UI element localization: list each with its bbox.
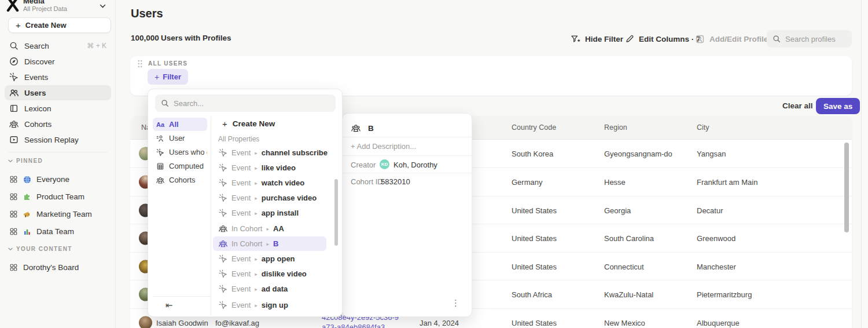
event-spark-icon [219, 163, 227, 172]
cohort-details-popover: B + Add Description... Creator KD Koh, D… [342, 113, 472, 317]
col-header-region[interactable]: Region [604, 123, 627, 132]
board-grid-icon [9, 192, 18, 201]
profile-search-input[interactable] [785, 35, 843, 43]
dropdown-tab-computed[interactable]: Computed [153, 159, 207, 173]
session-replay-icon [9, 135, 19, 144]
dropdown-tab-user[interactable]: User [153, 132, 207, 145]
cohort-icon [219, 224, 227, 233]
sidebar-item-session-replay[interactable]: Session Replay [5, 132, 111, 147]
dropdown-scrollbar[interactable] [334, 179, 338, 246]
pinned-section-header[interactable]: PINNED [8, 158, 43, 164]
your-content-section-header[interactable]: YOUR CONTENT [8, 246, 72, 252]
creator-label: Creator [351, 161, 376, 169]
property-item-watch-video[interactable]: Event▸watch video [213, 176, 326, 190]
col-header-city[interactable]: City [697, 123, 709, 132]
dropdown-create-new-button[interactable]: + Create New [222, 119, 275, 129]
sidebar-item-events[interactable]: Events [5, 70, 111, 85]
all-properties-label: All Properties [218, 135, 259, 143]
filter-property-dropdown: Aa All User Users who di... Computed Coh… [148, 89, 343, 317]
profile-badge-icon [695, 34, 705, 44]
sidebar-item-search[interactable]: Search ⌘ + K [5, 38, 111, 53]
computed-table-icon [156, 162, 164, 170]
cohort-id-label: Cohort ID [351, 177, 383, 186]
sidebar-item-everyone[interactable]: Everyone [5, 172, 111, 187]
sidebar-divider [8, 152, 108, 152]
dropdown-footer-divider [153, 296, 211, 297]
event-spark-icon [219, 194, 227, 202]
search-shortcut: ⌘ + K [87, 42, 106, 50]
dropdown-tab-cohorts[interactable]: Cohorts [153, 173, 207, 187]
bar-chart-icon [23, 228, 31, 236]
popover-divider [343, 173, 472, 173]
dropdown-search[interactable] [155, 94, 336, 112]
cell-email: fo@ikavaf.ag [215, 319, 259, 327]
users-icon [9, 88, 19, 97]
dropdown-search-input[interactable] [174, 99, 318, 108]
search-icon [773, 35, 781, 43]
chevron-down-icon [8, 247, 13, 251]
event-spark-icon [219, 301, 227, 309]
plus-icon: + [16, 20, 21, 30]
users-page: Media All Project Data + Create New Sear… [0, 0, 868, 328]
lexicon-book-icon [9, 104, 19, 113]
sidebar-item-data-team[interactable]: Data Team [5, 224, 111, 239]
collapse-panel-icon[interactable]: ⇤ [165, 300, 173, 311]
creator-name: Koh, Dorothy [393, 161, 437, 169]
aa-text-icon: Aa [156, 121, 164, 128]
event-spark-icon [219, 254, 227, 263]
sidebar-item-discover[interactable]: Discover [5, 54, 111, 69]
sidebar-item-users[interactable]: Users [5, 85, 111, 100]
cell-name: Isaiah Goodwin [156, 319, 208, 327]
app-logo-icon [6, 0, 20, 12]
event-spark-icon [219, 285, 227, 293]
hide-filter-button[interactable]: Hide Filter [571, 30, 623, 48]
search-icon [9, 41, 19, 50]
property-item-purchase-video[interactable]: Event▸purchase video [213, 191, 326, 205]
event-spark-icon [219, 148, 227, 157]
plus-icon: + [222, 119, 227, 129]
edit-columns-button[interactable]: Edit Columns · 7 [625, 30, 701, 48]
property-item-like-video[interactable]: Event▸like video [213, 161, 326, 175]
property-item-cohort-b[interactable]: In Cohort▸B [213, 236, 326, 251]
funnel-plus-icon [571, 34, 580, 44]
cohort-title: B [351, 123, 374, 133]
event-spark-icon [219, 178, 227, 187]
more-options-icon[interactable]: ⋮ [451, 298, 460, 308]
property-item-dislike-video[interactable]: Event▸dislike video [213, 267, 326, 281]
table-scrollbar[interactable] [844, 143, 849, 232]
chevron-down-icon [8, 159, 13, 163]
sidebar-item-marketing-team[interactable]: Marketing Team [5, 206, 111, 222]
property-item-sign-up[interactable]: Event▸sign up [213, 298, 326, 312]
cohort-id-value: 5832010 [381, 177, 410, 186]
popover-divider [343, 155, 472, 156]
add-description-button[interactable]: + Add Description... [351, 142, 416, 151]
sidebar: Media All Project Data + Create New Sear… [0, 0, 116, 328]
drag-handle-icon[interactable] [137, 59, 143, 68]
property-item-app-open[interactable]: Event▸app open [213, 252, 326, 266]
page-title: Users [131, 7, 163, 20]
sidebar-item-product-team[interactable]: Product Team [5, 189, 111, 205]
sidebar-item-dorothys-board[interactable]: Dorothy's Board [5, 260, 111, 275]
workspace-name: Media [23, 0, 45, 5]
property-item-channel-subscribe[interactable]: Event▸channel subscribe [213, 145, 326, 160]
creator-avatar: KD [380, 159, 389, 169]
create-new-button[interactable]: + Create New [8, 17, 111, 33]
add-edit-profile-button[interactable]: Add/Edit Profile [695, 30, 768, 48]
page-scrollbar-track[interactable] [861, 0, 868, 328]
event-spark-icon [156, 148, 164, 156]
save-as-button[interactable]: Save as [816, 98, 860, 114]
property-item-app-install[interactable]: Event▸app install [213, 206, 326, 220]
add-filter-button[interactable]: + Filter [148, 69, 188, 85]
sidebar-item-lexicon[interactable]: Lexicon [5, 101, 111, 116]
profile-search[interactable] [767, 30, 852, 48]
property-item-ad-data[interactable]: Event▸ad data [213, 282, 326, 296]
col-header-country[interactable]: Country Code [512, 123, 556, 132]
workspace-chevron-down-icon[interactable] [100, 4, 106, 9]
workspace-project: All Project Data [23, 5, 67, 12]
property-item-cohort-aa[interactable]: In Cohort▸AA [213, 221, 326, 236]
megaphone-icon [23, 210, 31, 218]
sidebar-item-cohorts[interactable]: Cohorts [5, 116, 111, 132]
dropdown-tab-users-who-did[interactable]: Users who di... [153, 145, 207, 159]
dropdown-tab-all[interactable]: Aa All [153, 118, 207, 131]
clear-all-button[interactable]: Clear all [782, 101, 813, 110]
